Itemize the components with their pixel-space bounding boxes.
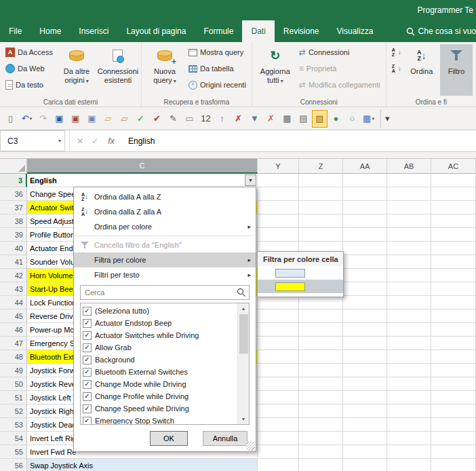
cell[interactable] — [387, 459, 431, 471]
highlight-icon[interactable]: ▨ ▾ — [312, 110, 328, 128]
table-icon[interactable]: ▤ ▾ — [296, 110, 311, 128]
cell[interactable] — [431, 432, 476, 445]
menu-item-sort-za[interactable]: ZA ↓ Ordina dalla Z alla A — [74, 204, 256, 219]
cell[interactable] — [258, 201, 299, 214]
green-circle-outline-icon[interactable]: ○ ▾ — [344, 110, 360, 128]
tab-formule[interactable]: Formule — [195, 20, 242, 42]
cell[interactable] — [387, 255, 431, 269]
cell[interactable] — [431, 377, 476, 391]
cell[interactable] — [343, 296, 387, 309]
checklist-item[interactable]: ✓ Bluetooth External Switches — [83, 366, 237, 378]
nuova-query-button[interactable]: + Nuova query▾ — [145, 44, 184, 96]
sort-ascending-button[interactable]: AZ ↓ — [390, 44, 403, 60]
cell[interactable] — [387, 364, 431, 377]
cell[interactable] — [299, 214, 343, 228]
folder-icon[interactable]: ▱ ▾ — [117, 110, 132, 128]
cell[interactable] — [299, 174, 343, 187]
cell[interactable] — [258, 459, 299, 471]
cell[interactable] — [299, 364, 343, 377]
cell[interactable] — [387, 350, 431, 364]
cell[interactable] — [431, 242, 476, 255]
cell[interactable] — [387, 432, 431, 445]
cell[interactable] — [431, 404, 476, 418]
open-folder-icon[interactable]: ▱ ▾ — [100, 110, 116, 128]
cell[interactable] — [343, 255, 387, 269]
checklist-item[interactable]: ✓ Actuator Switches while Driving — [83, 329, 237, 341]
enter-entry-icon[interactable]: ✓ — [89, 136, 101, 146]
cell[interactable] — [343, 228, 387, 242]
save-all-icon[interactable]: ▣ ▾ — [84, 110, 100, 128]
cell[interactable] — [258, 377, 299, 391]
spelling-icon[interactable]: ✓ ▾ — [133, 110, 148, 128]
cell[interactable] — [431, 201, 476, 214]
scrollbar-thumb[interactable] — [239, 314, 248, 354]
undo-icon[interactable]: ↶ ▾ — [19, 110, 35, 128]
row-header[interactable]: 52 — [0, 404, 27, 418]
cell[interactable] — [299, 296, 343, 309]
row-header[interactable]: 41 — [0, 255, 27, 269]
row-header[interactable]: 43 — [0, 282, 27, 296]
filter-apply-icon[interactable]: ▼ ▾ — [247, 110, 262, 128]
checklist-item[interactable]: ✓ Change Speed while Driving — [83, 402, 237, 415]
cancel-entry-icon[interactable]: ✕ — [74, 136, 86, 146]
checklist-item[interactable]: ✓ Actuator Endstop Beep — [83, 317, 237, 329]
cell[interactable] — [299, 391, 343, 404]
cell[interactable] — [258, 364, 299, 377]
cell[interactable] — [387, 337, 431, 350]
connessioni-button[interactable]: ⇄ Connessioni — [297, 44, 382, 60]
cell[interactable] — [343, 242, 387, 255]
scroll-up-icon[interactable]: ▲ — [238, 303, 249, 314]
cell[interactable] — [343, 337, 387, 350]
tab-home[interactable]: Home — [31, 20, 70, 42]
cell[interactable] — [387, 309, 431, 323]
cell[interactable] — [258, 391, 299, 404]
column-header[interactable]: AB — [387, 159, 431, 174]
row-header[interactable]: 3 — [0, 174, 27, 187]
row-header[interactable]: 53 — [0, 418, 27, 432]
cell[interactable] — [258, 309, 299, 323]
menu-item-sort-by-color[interactable]: Ordina per colore ▸ — [74, 219, 256, 234]
cell-column-c[interactable]: Swap Joystick Axis ▼ — [27, 459, 258, 471]
cell[interactable] — [343, 269, 387, 282]
filter-search-input[interactable] — [80, 285, 250, 300]
cell-column-c[interactable]: English ▼ — [27, 174, 258, 187]
select-all-corner[interactable] — [0, 159, 27, 174]
insert-function-icon[interactable]: fx — [104, 136, 119, 146]
da-testo-button[interactable]: Da testo — [3, 77, 55, 93]
cell[interactable] — [387, 404, 431, 418]
formula-value[interactable]: English — [123, 130, 155, 151]
cell[interactable] — [431, 214, 476, 228]
tab-dati[interactable]: Dati — [242, 20, 274, 42]
green-circle-icon[interactable]: ● ▾ — [328, 110, 344, 128]
filter-dropdown-button[interactable]: ▼ — [245, 174, 256, 186]
da-altre-origini-button[interactable]: Da altre origini▾ — [57, 44, 96, 96]
checklist-item[interactable]: ✓ Change Mode while Driving — [83, 378, 237, 390]
row-header[interactable]: 51 — [0, 391, 27, 404]
redo-icon[interactable]: ↷ ▾ — [35, 110, 51, 128]
tell-me-search[interactable]: Che cosa si vuo — [406, 20, 476, 42]
menu-item-sort-az[interactable]: AZ ↓ Ordina dalla A alla Z — [74, 189, 256, 204]
connessioni-esistenti-button[interactable]: Connessioni esistenti — [98, 44, 138, 96]
cell[interactable] — [431, 255, 476, 269]
cell[interactable] — [258, 432, 299, 445]
cell[interactable] — [387, 242, 431, 255]
menu-item-text-filters[interactable]: Filtri per testo ▸ — [74, 267, 256, 282]
cell[interactable] — [299, 445, 343, 459]
checklist-item[interactable]: ✓ (Seleziona tutto) — [83, 305, 237, 317]
row-header[interactable]: 55 — [0, 445, 27, 459]
cell[interactable] — [431, 269, 476, 282]
cell[interactable] — [299, 404, 343, 418]
cell[interactable] — [387, 174, 431, 187]
cell[interactable] — [343, 459, 387, 471]
checklist-item[interactable]: ✓ Background — [83, 354, 237, 366]
row-header[interactable]: 39 — [0, 228, 27, 242]
cancel-button[interactable]: Annulla — [203, 431, 247, 446]
cell[interactable] — [299, 350, 343, 364]
modifica-collegamenti-button[interactable]: ⇄ Modifica collegamenti — [297, 77, 382, 93]
tab-inserisci[interactable]: Inserisci — [70, 20, 117, 42]
column-header[interactable]: C — [27, 159, 258, 174]
row-header[interactable]: 37 — [0, 201, 27, 214]
da-access-button[interactable]: A Da Access — [3, 44, 55, 60]
checklist-scrollbar[interactable]: ▲ ▼ — [237, 303, 249, 424]
column-header[interactable]: AC — [431, 159, 476, 174]
